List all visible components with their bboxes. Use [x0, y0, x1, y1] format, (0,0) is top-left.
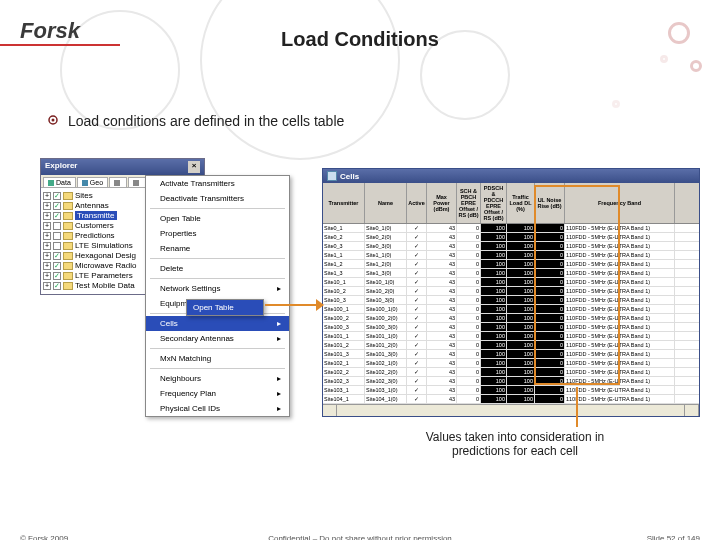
cell[interactable]: 100 [507, 350, 535, 358]
table-row[interactable]: Site10_3Site10_3(0)✓4301001000110FDD - 5… [323, 296, 699, 305]
cell[interactable]: 43 [427, 368, 457, 376]
cell[interactable]: ✓ [407, 359, 427, 367]
menu-mxn-matching[interactable]: MxN Matching [146, 351, 289, 366]
cell[interactable]: 43 [427, 278, 457, 286]
tab-geo[interactable]: Geo [77, 177, 108, 187]
cell[interactable]: 43 [427, 305, 457, 313]
checkbox[interactable]: ✓ [53, 252, 61, 260]
cell[interactable]: 110FDD - 5MHz (E-UTRA Band 1) [565, 305, 675, 313]
expand-icon[interactable]: + [43, 262, 51, 270]
cell[interactable]: Site100_3 [323, 323, 365, 331]
cell[interactable]: Site102_1(0) [365, 359, 407, 367]
cell[interactable]: 100 [507, 314, 535, 322]
cell[interactable]: 110FDD - 5MHz (E-UTRA Band 1) [565, 251, 675, 259]
cell[interactable]: ✓ [407, 350, 427, 358]
cell[interactable]: ✓ [407, 341, 427, 349]
cell[interactable]: 100 [507, 341, 535, 349]
cell[interactable]: 100 [481, 233, 507, 241]
cell[interactable]: 0 [535, 323, 565, 331]
cell[interactable]: Site0_1 [323, 224, 365, 232]
cell[interactable]: 100 [481, 287, 507, 295]
cell[interactable]: 100 [507, 395, 535, 403]
cell[interactable]: 43 [427, 251, 457, 259]
cell[interactable]: 0 [535, 251, 565, 259]
cell[interactable]: 0 [535, 332, 565, 340]
table-row[interactable]: Site0_3Site0_3(0)✓4301001000110FDD - 5MH… [323, 242, 699, 251]
cell[interactable]: 100 [481, 395, 507, 403]
cell[interactable]: ✓ [407, 305, 427, 313]
cell[interactable]: 43 [427, 377, 457, 385]
cell[interactable]: 100 [481, 224, 507, 232]
cell[interactable]: 100 [507, 305, 535, 313]
cell[interactable]: Site0_3 [323, 242, 365, 250]
cell[interactable]: 0 [457, 269, 481, 277]
col-name[interactable]: Name [365, 183, 407, 223]
col-frequency-band[interactable]: Frequency Band [565, 183, 675, 223]
cell[interactable]: 0 [457, 305, 481, 313]
cell[interactable]: 0 [535, 260, 565, 268]
cell[interactable]: 0 [535, 287, 565, 295]
cell[interactable]: 0 [535, 359, 565, 367]
cell[interactable]: 43 [427, 287, 457, 295]
cell[interactable]: 100 [481, 350, 507, 358]
scrollbar[interactable] [337, 405, 685, 416]
table-row[interactable]: Site101_2Site101_2(0)✓4301001000110FDD -… [323, 341, 699, 350]
cell[interactable]: 0 [457, 260, 481, 268]
cell[interactable]: 0 [457, 332, 481, 340]
cell[interactable]: 100 [507, 386, 535, 394]
cell[interactable]: 43 [427, 260, 457, 268]
table-row[interactable]: Site102_3Site102_3(0)✓4301001000110FDD -… [323, 377, 699, 386]
cell[interactable]: Site100_1(0) [365, 305, 407, 313]
cell[interactable]: 100 [481, 296, 507, 304]
cell[interactable]: 0 [457, 251, 481, 259]
cell[interactable]: 110FDD - 5MHz (E-UTRA Band 1) [565, 386, 675, 394]
menu-physical-cell-ids[interactable]: Physical Cell IDs▸ [146, 401, 289, 416]
col-traffic-load[interactable]: Traffic Load DL (%) [507, 183, 535, 223]
cell[interactable]: Site100_1 [323, 305, 365, 313]
menu-activate-tx[interactable]: Activate Transmitters [146, 176, 289, 191]
cell[interactable]: 0 [457, 287, 481, 295]
col-sch-pbch[interactable]: SCH & PBCH EPRE Offset / RS (dB) [457, 183, 481, 223]
cell[interactable]: Site0_1(0) [365, 224, 407, 232]
table-row[interactable]: Site0_2Site0_2(0)✓4301001000110FDD - 5MH… [323, 233, 699, 242]
col-max-power[interactable]: Max Power (dBm) [427, 183, 457, 223]
cell[interactable]: ✓ [407, 278, 427, 286]
cell[interactable]: ✓ [407, 323, 427, 331]
table-row[interactable]: Site100_2Site100_2(0)✓4301001000110FDD -… [323, 314, 699, 323]
checkbox[interactable]: ✓ [53, 262, 61, 270]
table-row[interactable]: Site0_1Site0_1(0)✓4301001000110FDD - 5MH… [323, 224, 699, 233]
checkbox[interactable] [53, 222, 61, 230]
cell[interactable]: Site101_3 [323, 350, 365, 358]
cells-body[interactable]: Site0_1Site0_1(0)✓4301001000110FDD - 5MH… [323, 224, 699, 404]
scroll-left-icon[interactable] [323, 405, 337, 416]
cell[interactable]: 100 [481, 368, 507, 376]
cell[interactable]: ✓ [407, 395, 427, 403]
cell[interactable]: 110FDD - 5MHz (E-UTRA Band 1) [565, 269, 675, 277]
cell[interactable]: ✓ [407, 242, 427, 250]
cell[interactable]: 0 [535, 395, 565, 403]
expand-icon[interactable]: + [43, 202, 51, 210]
cell[interactable]: 100 [507, 269, 535, 277]
cell[interactable]: 43 [427, 314, 457, 322]
table-row[interactable]: Site1_3Site1_3(0)✓4301001000110FDD - 5MH… [323, 269, 699, 278]
cell[interactable]: ✓ [407, 269, 427, 277]
cell[interactable]: Site101_1 [323, 332, 365, 340]
cell[interactable]: ✓ [407, 377, 427, 385]
cell[interactable]: ✓ [407, 332, 427, 340]
checkbox[interactable]: ✓ [53, 192, 61, 200]
cell[interactable]: 43 [427, 323, 457, 331]
cell[interactable]: 100 [507, 377, 535, 385]
table-row[interactable]: Site101_1Site101_1(0)✓4301001000110FDD -… [323, 332, 699, 341]
cell[interactable]: Site101_2 [323, 341, 365, 349]
cell[interactable]: 110FDD - 5MHz (E-UTRA Band 1) [565, 233, 675, 241]
cell[interactable]: 110FDD - 5MHz (E-UTRA Band 1) [565, 350, 675, 358]
expand-icon[interactable]: + [43, 192, 51, 200]
scroll-right-icon[interactable] [685, 405, 699, 416]
expand-icon[interactable]: + [43, 272, 51, 280]
cell[interactable]: ✓ [407, 260, 427, 268]
cell[interactable]: 100 [481, 314, 507, 322]
menu-deactivate-tx[interactable]: Deactivate Transmitters [146, 191, 289, 206]
cell[interactable]: 43 [427, 359, 457, 367]
table-row[interactable]: Site103_1Site103_1(0)✓4301001000110FDD -… [323, 386, 699, 395]
close-icon[interactable]: × [188, 161, 200, 173]
